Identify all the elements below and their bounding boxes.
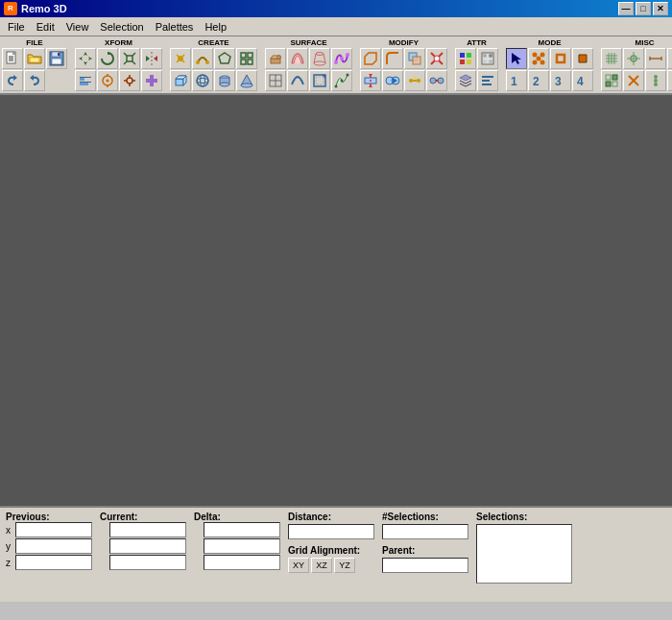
misc-extra3[interactable] xyxy=(667,70,672,91)
xform-mirror[interactable] xyxy=(141,48,162,69)
attr-layer[interactable] xyxy=(455,70,476,91)
current-y[interactable] xyxy=(109,538,186,554)
mode-edge[interactable] xyxy=(550,48,571,69)
surface-sweep[interactable] xyxy=(287,48,308,69)
create-cyl[interactable] xyxy=(214,70,235,91)
modify-boolean[interactable] xyxy=(404,48,425,69)
xform-align[interactable] xyxy=(75,70,96,91)
xz-button[interactable]: XZ xyxy=(311,558,332,573)
menu-selection[interactable]: Selection xyxy=(94,19,149,35)
surface-smooth[interactable] xyxy=(287,70,308,91)
menu-palettes[interactable]: Palettes xyxy=(150,19,200,35)
minimize-button[interactable]: — xyxy=(618,2,634,15)
attr-color[interactable] xyxy=(455,48,476,69)
xform-snap[interactable] xyxy=(97,70,118,91)
close-button[interactable]: ✕ xyxy=(653,2,668,15)
maximize-button[interactable]: □ xyxy=(636,2,651,15)
app-title: Remo 3D xyxy=(21,3,67,14)
surface-subdivide[interactable] xyxy=(265,70,286,91)
surface-extrude[interactable] xyxy=(265,48,286,69)
create-poly[interactable] xyxy=(214,48,235,69)
mode-4[interactable]: 4 xyxy=(572,70,593,91)
misc-extra2[interactable] xyxy=(645,70,666,91)
menu-view[interactable]: View xyxy=(60,19,95,35)
modify-trim[interactable] xyxy=(426,48,447,69)
delta-y[interactable] xyxy=(204,538,280,554)
create-box[interactable] xyxy=(170,70,191,91)
xform-pivot[interactable] xyxy=(119,70,140,91)
previous-z[interactable] xyxy=(15,555,92,570)
canvas-area[interactable] xyxy=(0,95,672,506)
mode-2[interactable]: 2 xyxy=(528,70,549,91)
modify-merge[interactable] xyxy=(382,70,403,91)
create-mesh[interactable] xyxy=(236,48,257,69)
xform-extra[interactable] xyxy=(141,70,162,91)
mode-3[interactable]: 3 xyxy=(550,70,571,91)
current-z[interactable] xyxy=(109,555,186,570)
xy-button[interactable]: XY xyxy=(288,558,309,573)
current-x[interactable] xyxy=(109,522,186,537)
previous-x[interactable] xyxy=(15,522,92,537)
surface-nurbs[interactable] xyxy=(331,48,352,69)
modify-fillet[interactable] xyxy=(382,48,403,69)
modify-bevel[interactable] xyxy=(360,48,381,69)
misc-measure[interactable] xyxy=(645,48,666,69)
xform-rotate[interactable] xyxy=(97,48,118,69)
redo-button[interactable] xyxy=(24,70,45,91)
svg-point-57 xyxy=(316,53,324,56)
create-cone[interactable] xyxy=(236,70,257,91)
misc-sigma[interactable]: Σ xyxy=(667,48,672,69)
parent-input[interactable] xyxy=(382,558,468,573)
xform-move[interactable] xyxy=(75,48,96,69)
xform-scale[interactable] xyxy=(119,48,140,69)
menu-edit[interactable]: Edit xyxy=(31,19,60,35)
undo-button[interactable] xyxy=(2,70,23,91)
create-point[interactable] xyxy=(170,48,191,69)
attr-material[interactable] xyxy=(477,48,498,69)
save-button[interactable] xyxy=(46,48,67,69)
svg-line-16 xyxy=(132,61,135,64)
surface-patch[interactable] xyxy=(331,70,352,91)
svg-point-53 xyxy=(241,83,252,87)
mode-select[interactable] xyxy=(506,48,527,69)
modify-weld[interactable] xyxy=(404,70,425,91)
create-line[interactable] xyxy=(192,48,213,69)
selections-count-input[interactable] xyxy=(382,524,468,539)
delta-x[interactable] xyxy=(204,522,280,537)
misc-x2[interactable] xyxy=(623,70,644,91)
svg-rect-105 xyxy=(482,80,490,82)
attr-property[interactable] xyxy=(477,70,498,91)
misc-grid[interactable] xyxy=(601,48,622,69)
menu-help[interactable]: Help xyxy=(199,19,232,35)
svg-point-74 xyxy=(347,74,349,77)
svg-text:1: 1 xyxy=(511,75,517,88)
menu-file[interactable]: File xyxy=(2,19,31,35)
yz-button[interactable]: YZ xyxy=(334,558,355,573)
svg-point-62 xyxy=(340,57,344,60)
misc-grid2[interactable] xyxy=(601,70,622,91)
file-buttons xyxy=(2,48,67,91)
distance-input[interactable] xyxy=(288,524,374,539)
svg-rect-96 xyxy=(460,53,465,58)
distance-label: Distance: xyxy=(288,512,374,522)
surface-offset[interactable] xyxy=(309,70,330,91)
section-xform: XFORM xyxy=(75,38,162,91)
mode-vertex[interactable] xyxy=(528,48,549,69)
svg-marker-56 xyxy=(277,56,280,59)
grid-buttons: XY XZ YZ xyxy=(288,558,374,573)
surface-loft[interactable] xyxy=(309,48,330,69)
mode-1[interactable]: 1 xyxy=(506,70,527,91)
delta-z[interactable] xyxy=(204,555,280,570)
create-sphere[interactable] xyxy=(192,70,213,91)
modify-label: MODIFY xyxy=(360,38,447,47)
previous-y[interactable] xyxy=(15,538,92,554)
svg-rect-134 xyxy=(606,82,611,86)
modify-detach[interactable] xyxy=(426,70,447,91)
misc-snap2[interactable] xyxy=(623,48,644,69)
mode-face[interactable] xyxy=(572,48,593,69)
modify-split[interactable] xyxy=(360,70,381,91)
open-button[interactable] xyxy=(24,48,45,69)
svg-rect-8 xyxy=(58,53,60,56)
new-button[interactable] xyxy=(2,48,23,69)
selections-textarea[interactable] xyxy=(476,524,572,584)
